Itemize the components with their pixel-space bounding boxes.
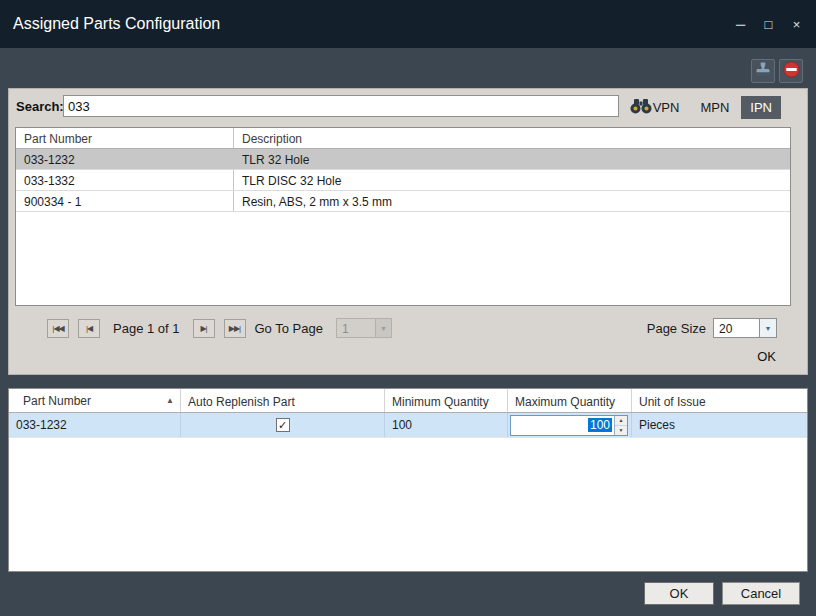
first-page-icon[interactable]: |◀◀: [47, 319, 69, 338]
assigned-table-row[interactable]: 033-1232 ✓ 100 100 ▲ ▼ Pieces: [9, 413, 807, 438]
column-label: Part Number: [16, 394, 91, 408]
maximum-quantity-stepper[interactable]: 100 ▲ ▼: [510, 415, 628, 436]
search-panel-ok-button[interactable]: OK: [757, 349, 776, 364]
pagination-bar: |◀◀ |◀ Page 1 of 1 ▶| ▶▶| Go To Page 1 ▼: [47, 318, 392, 338]
table-row[interactable]: 900334 - 1 Resin, ABS, 2 mm x 3.5 mm: [16, 191, 790, 212]
assigned-parts-configuration-dialog: Assigned Parts Configuration ─ □ ×: [0, 0, 816, 616]
next-page-icon[interactable]: ▶|: [193, 319, 215, 338]
stamp-icon: [755, 61, 771, 81]
chevron-down-icon: ▼: [759, 319, 776, 337]
assigned-header-minimum-quantity[interactable]: Minimum Quantity: [385, 389, 508, 412]
page-indicator: Page 1 of 1: [113, 321, 180, 336]
minimize-icon[interactable]: ─: [733, 17, 748, 32]
block-icon: [783, 61, 800, 82]
title-bar: Assigned Parts Configuration ─ □ ×: [0, 0, 816, 48]
page-size-select[interactable]: 20 ▼: [713, 318, 777, 338]
assigned-header-maximum-quantity[interactable]: Maximum Quantity: [508, 389, 632, 412]
chevron-down-icon: ▼: [375, 319, 391, 337]
filter-mpn[interactable]: MPN: [691, 96, 738, 119]
search-panel: Search: VPN MPN IPN Part Number Descript…: [8, 88, 808, 375]
search-input[interactable]: [63, 95, 619, 117]
window-title: Assigned Parts Configuration: [13, 0, 220, 48]
maximize-icon[interactable]: □: [761, 17, 776, 32]
cell-auto-replenish: ✓: [181, 413, 385, 437]
search-label: Search:: [16, 99, 64, 114]
cell-description: TLR 32 Hole: [234, 149, 790, 169]
filter-ipn[interactable]: IPN: [741, 96, 781, 119]
assigned-header-unit-of-issue[interactable]: Unit of Issue: [632, 389, 807, 412]
cell-unit-of-issue: Pieces: [632, 413, 807, 437]
assigned-parts-table: Part Number ▲ Auto Replenish Part Minimu…: [8, 388, 808, 572]
stamp-approve-button[interactable]: [751, 59, 775, 83]
cell-maximum-quantity: 100 ▲ ▼: [508, 413, 632, 437]
close-icon[interactable]: ×: [789, 17, 804, 32]
spin-down-icon[interactable]: ▼: [615, 426, 627, 435]
assigned-header-row: Part Number ▲ Auto Replenish Part Minimu…: [9, 389, 807, 413]
search-results-table: Part Number Description 033-1232 TLR 32 …: [15, 127, 791, 306]
previous-page-icon[interactable]: |◀: [78, 319, 100, 338]
spinner-buttons: ▲ ▼: [614, 416, 627, 435]
goto-page-select[interactable]: 1 ▼: [336, 318, 392, 338]
dialog-toolbar: [751, 59, 803, 83]
ok-button[interactable]: OK: [644, 582, 714, 605]
cancel-button[interactable]: Cancel: [722, 582, 800, 605]
cell-part-number: 033-1332: [16, 170, 234, 190]
part-number-type-filters: VPN MPN IPN: [644, 95, 781, 119]
window-controls: ─ □ ×: [733, 0, 804, 48]
table-row[interactable]: 033-1332 TLR DISC 32 Hole: [16, 170, 790, 191]
assigned-header-part-number[interactable]: Part Number ▲: [9, 389, 181, 412]
maximum-quantity-value: 100: [511, 416, 614, 435]
spin-up-icon[interactable]: ▲: [615, 416, 627, 426]
goto-page-label: Go To Page: [255, 321, 323, 336]
cell-part-number: 033-1232: [16, 149, 234, 169]
page-size-label: Page Size: [647, 321, 706, 336]
cell-part-number: 033-1232: [9, 413, 181, 437]
selected-text: 100: [588, 418, 612, 432]
auto-replenish-checkbox[interactable]: ✓: [276, 418, 290, 432]
cell-part-number: 900334 - 1: [16, 191, 234, 211]
page-size-value: 20: [714, 319, 759, 337]
block-remove-button[interactable]: [779, 59, 803, 83]
sort-ascending-icon: ▲: [166, 396, 174, 405]
results-header-row: Part Number Description: [16, 128, 790, 149]
table-row[interactable]: 033-1232 TLR 32 Hole: [16, 149, 790, 170]
cell-description: TLR DISC 32 Hole: [234, 170, 790, 190]
assigned-header-auto-replenish[interactable]: Auto Replenish Part: [181, 389, 385, 412]
goto-page-value: 1: [337, 319, 375, 337]
last-page-icon[interactable]: ▶▶|: [224, 319, 246, 338]
filter-vpn[interactable]: VPN: [644, 96, 689, 119]
cell-minimum-quantity[interactable]: 100: [385, 413, 508, 437]
cell-description: Resin, ABS, 2 mm x 3.5 mm: [234, 191, 790, 211]
results-header-part-number[interactable]: Part Number: [16, 128, 234, 148]
page-size-control: Page Size 20 ▼: [647, 318, 777, 338]
results-header-description[interactable]: Description: [234, 128, 790, 148]
